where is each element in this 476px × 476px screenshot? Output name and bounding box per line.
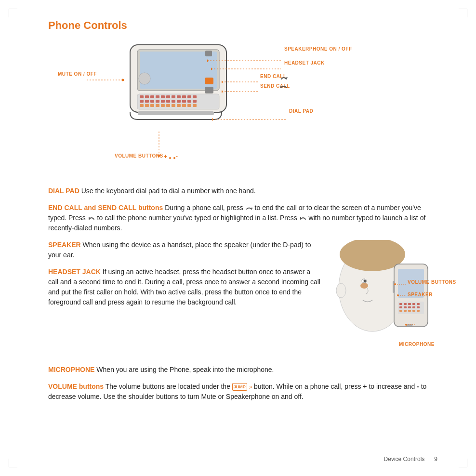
text-volume-1: The volume buttons are located under the xyxy=(106,383,230,390)
keyword-headset: HEADSET JACK xyxy=(48,268,101,276)
svg-point-67 xyxy=(364,280,366,282)
svg-rect-15 xyxy=(140,100,144,103)
svg-rect-33 xyxy=(177,104,181,107)
corner-mark-bl xyxy=(9,459,17,467)
svg-rect-25 xyxy=(193,100,197,103)
svg-rect-79 xyxy=(408,306,411,308)
svg-rect-8 xyxy=(161,95,165,98)
keyword-speaker: SPEAKER xyxy=(48,241,81,249)
section-headset: HEADSET JACK If using an active headset,… xyxy=(48,267,322,307)
corner-mark-tl xyxy=(9,9,17,17)
section-speaker: SPEAKER When using the device as a hands… xyxy=(48,240,322,260)
volume-minus-inline: - xyxy=(417,383,419,390)
svg-rect-86 xyxy=(417,310,420,312)
label-side-volume: VOLUME BUTTONS xyxy=(408,279,456,285)
svg-rect-88 xyxy=(406,324,413,326)
svg-rect-29 xyxy=(156,104,159,107)
svg-rect-28 xyxy=(150,104,154,107)
svg-point-55 xyxy=(122,79,124,81)
headset-jack-line xyxy=(211,64,283,74)
svg-rect-36 xyxy=(193,104,197,107)
text-microphone: When you are using the Phone, speak into… xyxy=(96,366,274,373)
jump-dots: :• xyxy=(249,383,252,391)
svg-point-92 xyxy=(397,294,399,296)
svg-rect-27 xyxy=(145,104,149,107)
svg-rect-23 xyxy=(182,100,186,103)
label-headset-jack: HEADSET JACK xyxy=(284,60,325,66)
svg-rect-19 xyxy=(161,100,165,103)
dial-pad-line xyxy=(212,112,289,127)
svg-rect-72 xyxy=(399,303,402,305)
keyword-end-call: END CALL and SEND CALL buttons xyxy=(48,204,163,212)
corner-mark-tr xyxy=(459,9,467,17)
svg-rect-35 xyxy=(187,104,191,107)
svg-rect-22 xyxy=(177,100,181,103)
svg-rect-77 xyxy=(399,306,402,308)
page-title: Phone Controls xyxy=(48,19,437,32)
svg-rect-4 xyxy=(140,95,144,98)
svg-rect-21 xyxy=(172,100,175,103)
svg-rect-74 xyxy=(408,303,411,305)
svg-rect-31 xyxy=(166,104,170,107)
section-dial-pad: DIAL PAD Use the keyboard dial pad to di… xyxy=(48,186,437,196)
face-phone-illustration xyxy=(331,240,437,356)
svg-point-68 xyxy=(336,283,346,298)
svg-point-90 xyxy=(394,283,396,285)
svg-rect-39 xyxy=(205,78,213,84)
svg-point-50 xyxy=(222,91,223,93)
svg-rect-14 xyxy=(193,95,197,98)
label-dial-pad: DIAL PAD xyxy=(289,108,313,114)
svg-rect-24 xyxy=(187,100,191,103)
svg-rect-84 xyxy=(408,310,411,312)
footer-section: Device Controls xyxy=(384,456,425,463)
mute-line xyxy=(87,75,125,85)
svg-point-94 xyxy=(405,324,407,326)
svg-rect-81 xyxy=(417,306,420,308)
bottom-left-text: SPEAKER When using the device as a hands… xyxy=(48,240,322,357)
text-volume-3: to increase and xyxy=(369,383,417,390)
svg-rect-11 xyxy=(177,95,181,98)
svg-rect-10 xyxy=(172,95,175,98)
svg-rect-87 xyxy=(393,281,395,293)
svg-rect-17 xyxy=(150,100,154,103)
bottom-area: SPEAKER When using the device as a hands… xyxy=(48,240,437,357)
face-diagram-container: VOLUME BUTTONS SPEAKER MICROPHONE xyxy=(331,240,437,357)
svg-rect-85 xyxy=(412,310,415,312)
svg-rect-18 xyxy=(156,100,159,103)
svg-line-48 xyxy=(286,77,287,79)
svg-point-59 xyxy=(158,155,160,157)
svg-line-60 xyxy=(251,208,252,209)
text-end-call-1: During a phone call, press xyxy=(165,204,245,212)
svg-rect-34 xyxy=(182,104,186,107)
svg-rect-75 xyxy=(412,303,415,305)
svg-rect-73 xyxy=(404,303,407,305)
jump-badge: JUMP xyxy=(232,383,247,391)
svg-rect-26 xyxy=(140,104,144,107)
svg-rect-6 xyxy=(150,95,154,98)
inline-send-call-icon-1 xyxy=(88,214,95,222)
page-content: Phone Controls xyxy=(48,19,437,402)
svg-rect-7 xyxy=(156,95,159,98)
svg-rect-30 xyxy=(161,104,165,107)
label-mute: MUTE ON / OFF xyxy=(58,71,97,77)
svg-rect-83 xyxy=(404,310,407,312)
svg-rect-20 xyxy=(166,100,170,103)
text-end-call-3: to call the phone number you've typed or… xyxy=(97,214,299,222)
svg-rect-76 xyxy=(417,303,420,305)
section-end-call: END CALL and SEND CALL buttons During a … xyxy=(48,203,437,233)
end-call-icon xyxy=(278,72,289,83)
svg-point-53 xyxy=(212,119,213,121)
inline-send-call-icon-2 xyxy=(299,214,307,222)
page-footer: Device Controls 9 xyxy=(384,456,437,463)
svg-rect-12 xyxy=(182,95,186,98)
svg-rect-32 xyxy=(172,104,175,107)
svg-rect-82 xyxy=(399,310,402,312)
svg-rect-40 xyxy=(205,87,213,93)
text-volume-2: button. While on a phone call, press xyxy=(254,383,363,390)
svg-rect-41 xyxy=(138,111,214,115)
label-side-speaker: SPEAKER xyxy=(408,292,433,297)
text-dial-pad: Use the keyboard dial pad to dial a numb… xyxy=(81,187,256,195)
keyword-dial-pad: DIAL PAD xyxy=(48,187,79,195)
volume-plus-inline: + xyxy=(363,383,367,390)
corner-mark-br xyxy=(459,459,467,467)
